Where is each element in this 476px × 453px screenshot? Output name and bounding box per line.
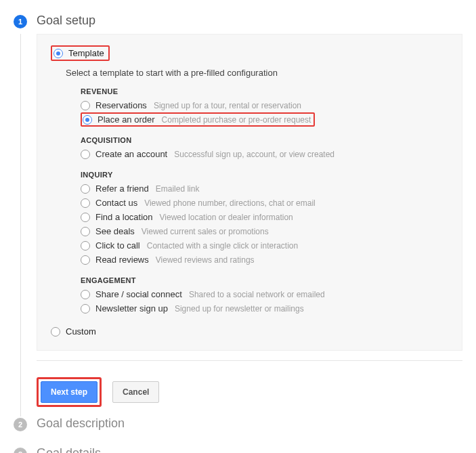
radio-icon[interactable] — [83, 115, 92, 125]
opt-refer-friend[interactable]: Refer a friend Emailed link — [81, 181, 448, 196]
radio-icon — [81, 184, 90, 194]
opt-desc: Viewed location or dealer information — [160, 213, 293, 222]
radio-icon — [81, 304, 90, 314]
radio-custom — [51, 327, 60, 337]
radio-icon — [81, 241, 90, 251]
highlight-template: Template — [51, 45, 110, 61]
opt-label: Reservations — [95, 100, 147, 110]
step-1-badge: 1 — [14, 15, 27, 28]
step-2-badge: 2 — [14, 418, 27, 431]
highlight-place-order: Place an order Completed purchase or pre… — [81, 112, 315, 127]
opt-label: Contact us — [95, 198, 137, 208]
opt-place-order-label[interactable]: Place an order — [98, 114, 155, 125]
opt-label: Find a location — [95, 212, 153, 222]
step-1-title: Goal setup — [37, 14, 95, 28]
opt-label: Newsletter sign up — [95, 303, 168, 314]
opt-contact-us[interactable]: Contact us Viewed phone number, directio… — [81, 196, 448, 210]
radio-icon — [81, 227, 90, 236]
opt-label: Refer a friend — [95, 184, 149, 194]
cancel-button[interactable]: Cancel — [112, 381, 159, 403]
opt-desc: Shared to a social network or emailed — [189, 290, 325, 299]
highlight-next: Next step — [37, 377, 102, 407]
step-2-title: Goal description — [37, 416, 125, 431]
step-connector — [20, 34, 21, 416]
opt-desc: Viewed reviews and ratings — [156, 255, 255, 265]
opt-newsletter[interactable]: Newsletter sign up Signed up for newslet… — [81, 301, 448, 316]
radio-icon — [81, 198, 90, 208]
opt-create-account[interactable]: Create an account Successful sign up, ac… — [81, 147, 448, 161]
opt-label: Click to call — [95, 240, 140, 251]
opt-label: Create an account — [95, 149, 167, 159]
step-3-badge: 3 — [14, 448, 27, 453]
radio-icon — [81, 290, 90, 299]
cat-revenue: REVENUE — [81, 87, 448, 95]
opt-desc: Completed purchase or pre-order request — [162, 115, 311, 125]
radio-icon — [81, 101, 90, 110]
radio-template[interactable] — [53, 49, 63, 58]
opt-label: See deals — [95, 226, 135, 236]
opt-desc: Viewed phone number, directions, chat or… — [144, 198, 316, 208]
opt-desc: Contacted with a single click or interac… — [147, 241, 298, 251]
radio-icon — [81, 255, 90, 265]
opt-click-to-call[interactable]: Click to call Contacted with a single cl… — [81, 238, 448, 253]
radio-template-label[interactable]: Template — [68, 48, 104, 58]
opt-desc: Signed up for a tour, rental or reservat… — [154, 101, 301, 110]
next-step-button[interactable]: Next step — [41, 381, 98, 403]
opt-find-location[interactable]: Find a location Viewed location or deale… — [81, 210, 448, 224]
cat-acquisition: ACQUISITION — [81, 136, 448, 144]
cat-engagement: ENGAGEMENT — [81, 276, 448, 284]
step-3-title: Goal details — [37, 446, 101, 453]
opt-see-deals[interactable]: See deals Viewed current sales or promot… — [81, 224, 448, 238]
opt-desc: Viewed current sales or promotions — [142, 227, 269, 236]
opt-desc: Emailed link — [156, 184, 200, 194]
opt-desc: Signed up for newsletter or mailings — [175, 304, 304, 314]
radio-custom-row[interactable]: Custom — [51, 326, 448, 337]
radio-custom-label: Custom — [66, 326, 96, 337]
radio-icon — [81, 150, 90, 159]
template-options: REVENUE Reservations Signed up for a tou… — [81, 87, 448, 316]
radio-icon — [81, 213, 90, 222]
cat-inquiry: INQUIRY — [81, 171, 448, 179]
opt-read-reviews[interactable]: Read reviews Viewed reviews and ratings — [81, 253, 448, 267]
goal-setup-panel: Template Select a template to start with… — [37, 34, 462, 351]
divider — [37, 360, 462, 361]
opt-label: Read reviews — [95, 255, 149, 265]
opt-reservations[interactable]: Reservations Signed up for a tour, renta… — [81, 98, 448, 112]
opt-desc: Successful sign up, account, or view cre… — [174, 150, 334, 159]
template-subtext: Select a template to start with a pre-fi… — [66, 68, 448, 78]
opt-label: Share / social connect — [95, 289, 182, 299]
opt-share-social[interactable]: Share / social connect Shared to a socia… — [81, 287, 448, 301]
